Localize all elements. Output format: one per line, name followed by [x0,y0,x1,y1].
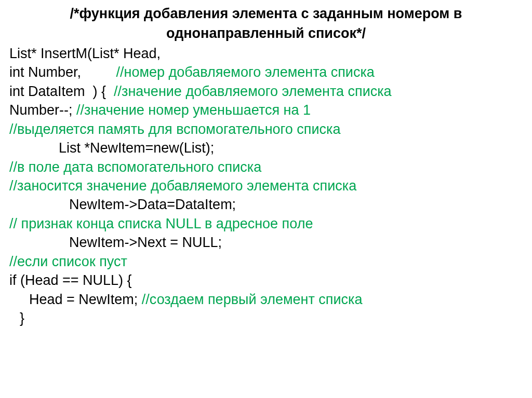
code-line-1: List* InsertM(List* Head, [9,44,523,63]
code-line-14: Head = NewItem; //создаем первый элемент… [9,290,523,309]
code-text: Number--; [9,102,76,118]
code-line-2: int Number, //номер добавляемого элемент… [9,63,523,81]
block-comment-line2: однонаправленный список*/ [9,24,523,43]
code-line-13: if (Head == NULL) { [9,271,523,290]
comment-text: //значение добавляемого элемента списка [114,84,392,99]
code-line-12: //если список пуст [9,252,523,271]
code-text: if (Head == NULL) { [9,272,132,288]
code-line-6: List *NewItem=new(List); [9,139,523,157]
code-text: NewItem->Data=DataItem; [69,197,236,212]
code-text: } [20,310,24,326]
code-text: Head = NewItem; [29,292,142,307]
code-line-15: } [9,309,523,327]
comment-text: //создаем первый элемент списка [142,292,363,307]
code-text: NewItem->Next = NULL; [69,235,222,250]
code-line-10: // признак конца списка NULL в адресное … [9,214,523,233]
code-text: List* InsertM(List* Head, [9,46,161,61]
comment-text: //выделяется память для вспомогательного… [9,121,340,137]
code-text: List *NewItem=new(List); [59,140,214,156]
code-line-7: //в поле дата вспомогательного списка [9,158,523,176]
code-line-4: Number--; //значение номер уменьшается н… [9,101,523,119]
code-line-3: int DataItem ) { //значение добавляемого… [9,82,523,101]
comment-text: //если список пуст [9,254,127,269]
comment-text: // признак конца списка NULL в адресное … [9,216,313,231]
code-text: int Number, [9,64,116,80]
code-line-8: //заносится значение добавляемого элемен… [9,176,523,195]
code-line-9: NewItem->Data=DataItem; [9,195,523,214]
comment-text: //в поле дата вспомогательного списка [9,159,261,175]
code-line-5: //выделяется память для вспомогательного… [9,120,523,139]
block-comment-line1: /*функция добавления элемента с заданным… [9,4,523,23]
comment-text: //значение номер уменьшается на 1 [76,102,311,118]
code-text: int DataItem ) { [9,84,114,99]
code-line-11: NewItem->Next = NULL; [9,233,523,252]
comment-text: //номер добавляемого элемента списка [116,64,375,80]
comment-text: //заносится значение добавляемого элемен… [9,178,356,194]
